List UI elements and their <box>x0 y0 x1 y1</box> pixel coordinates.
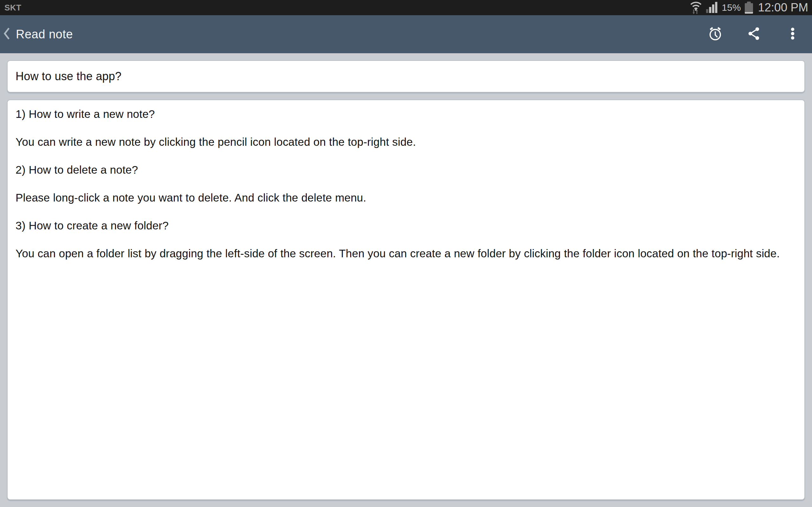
share-icon <box>747 26 761 42</box>
note-paragraph: 1) How to write a new note? <box>15 107 797 121</box>
note-paragraph: You can open a folder list by dragging t… <box>15 246 797 261</box>
overflow-menu-button[interactable] <box>785 27 800 42</box>
alarm-clock-icon <box>708 26 722 42</box>
note-content: How to use the app? 1) How to write a ne… <box>0 53 812 507</box>
battery-percent-label: 15% <box>722 2 741 13</box>
note-paragraph: Please long-click a note you want to del… <box>15 191 797 205</box>
note-paragraph: 3) How to create a new folder? <box>15 219 797 233</box>
carrier-label: SKT <box>4 3 21 13</box>
alarm-button[interactable] <box>708 27 722 42</box>
back-chevron-icon <box>3 26 11 42</box>
overflow-menu-icon <box>785 26 800 42</box>
note-title-text: How to use the app? <box>15 70 121 83</box>
back-button[interactable]: Read note <box>3 26 73 42</box>
wifi-icon <box>690 0 702 15</box>
screen: SKT <box>0 0 812 507</box>
clock-label: 12:00 PM <box>758 1 808 14</box>
note-title-field[interactable]: How to use the app? <box>7 60 805 93</box>
note-paragraph: You can write a new note by clicking the… <box>15 135 797 149</box>
status-icons: 15% 12:00 PM <box>690 0 808 15</box>
signal-strength-icon <box>706 0 718 15</box>
share-button[interactable] <box>747 27 761 42</box>
battery-icon <box>745 2 753 14</box>
status-bar: SKT <box>0 0 812 15</box>
app-bar: Read note <box>0 15 812 53</box>
app-bar-actions <box>708 27 800 42</box>
page-title: Read note <box>16 27 73 41</box>
note-body-field[interactable]: 1) How to write a new note? You can writ… <box>7 100 805 500</box>
note-paragraph: 2) How to delete a note? <box>15 163 797 177</box>
